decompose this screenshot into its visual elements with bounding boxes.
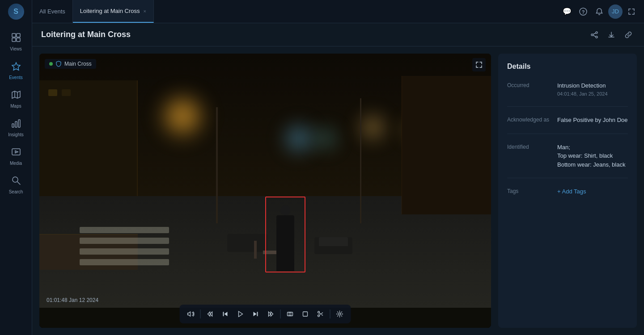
page-actions xyxy=(588,28,635,42)
divider-2 xyxy=(507,134,628,134)
tabs-area: All Events Loitering at Main Cross × xyxy=(32,0,555,23)
svg-rect-3 xyxy=(17,34,20,37)
identified-value: Man; Top wear: Shirt, black Bottom wear:… xyxy=(557,143,628,169)
page-title: Loitering at Main Cross xyxy=(41,30,588,39)
svg-rect-8 xyxy=(12,124,14,127)
sidebar-item-events[interactable]: Events xyxy=(3,57,30,84)
svg-point-14 xyxy=(596,32,597,34)
svg-point-16 xyxy=(596,36,597,38)
prev-frame-button[interactable] xyxy=(219,307,232,321)
logo: S xyxy=(8,4,24,20)
sidebar-item-media[interactable]: Media xyxy=(3,143,30,170)
topbar: S All Events Loitering at Main Cross × 💬… xyxy=(0,0,644,23)
tab-loitering[interactable]: Loitering at Main Cross × xyxy=(73,0,154,23)
svg-rect-5 xyxy=(17,38,20,42)
tags-value: + Add Tags xyxy=(557,187,628,196)
fullscreen-button[interactable] xyxy=(472,58,486,71)
divider-1 xyxy=(507,106,628,107)
sidebar-item-maps-label: Maps xyxy=(10,104,21,109)
play-button[interactable] xyxy=(234,307,247,321)
occurred-label: Occurred xyxy=(507,81,552,97)
logo-area: S xyxy=(0,0,32,23)
scissors-button[interactable] xyxy=(314,307,327,321)
occurred-value: Intrusion Detection 04:01:48, Jan 25, 20… xyxy=(557,81,628,97)
details-title: Details xyxy=(507,63,628,71)
tab-all-events[interactable]: All Events xyxy=(32,0,73,23)
topbar-actions: 💬 ? JD xyxy=(555,4,644,19)
camera-label: Main Cross xyxy=(45,59,96,69)
media-icon xyxy=(11,147,21,159)
acknowledged-value: False Positive by John Doe xyxy=(557,116,628,125)
svg-rect-19 xyxy=(223,312,224,316)
svg-point-24 xyxy=(318,315,320,317)
sidebar-item-media-label: Media xyxy=(10,161,22,166)
next-frame-button[interactable] xyxy=(249,307,263,321)
expand-icon[interactable] xyxy=(624,4,639,19)
camera-status-dot xyxy=(49,62,53,66)
sidebar-item-insights[interactable]: Insights xyxy=(3,114,30,141)
svg-rect-20 xyxy=(257,312,258,316)
svg-line-18 xyxy=(593,35,596,37)
sidebar-item-insights-label: Insights xyxy=(8,132,23,137)
link-button[interactable] xyxy=(622,28,635,42)
sidebar-item-search[interactable]: Search xyxy=(3,172,30,198)
user-avatar[interactable]: JD xyxy=(608,4,623,19)
video-panel: Main Cross 01:01:48 Jan 12 2024 xyxy=(39,54,491,328)
detail-acknowledged-row: Acknowledged as False Positive by John D… xyxy=(507,116,628,125)
sidebar-item-views[interactable]: Views xyxy=(3,29,30,55)
svg-rect-11 xyxy=(12,149,20,155)
person-silhouette xyxy=(272,205,299,275)
help-icon[interactable]: ? xyxy=(576,4,590,19)
shield-icon xyxy=(55,61,62,67)
svg-text:?: ? xyxy=(582,9,585,15)
volume-button[interactable] xyxy=(184,307,198,321)
identified-label: Identified xyxy=(507,143,552,169)
events-icon xyxy=(11,61,21,73)
main-layout: Views Events Maps xyxy=(0,23,644,335)
tags-label: Tags xyxy=(507,187,552,196)
detail-tags-row: Tags + Add Tags xyxy=(507,187,628,196)
svg-line-17 xyxy=(593,33,596,34)
sidebar-item-events-label: Events xyxy=(9,75,23,80)
video-timestamp: 01:01:48 Jan 12 2024 xyxy=(47,297,98,303)
maps-icon xyxy=(11,90,21,102)
svg-point-12 xyxy=(13,177,18,182)
camera-name: Main Cross xyxy=(64,61,92,67)
share-button[interactable] xyxy=(588,28,601,42)
video-controls xyxy=(180,305,351,323)
page-header: Loitering at Main Cross xyxy=(32,23,644,46)
svg-point-25 xyxy=(318,311,320,313)
svg-point-26 xyxy=(339,313,341,315)
divider-3 xyxy=(507,178,628,178)
svg-point-15 xyxy=(591,34,593,36)
detail-identified-row: Identified Man; Top wear: Shirt, black B… xyxy=(507,143,628,169)
svg-rect-4 xyxy=(12,38,16,42)
download-button[interactable] xyxy=(605,28,618,42)
settings-button[interactable] xyxy=(333,307,347,321)
clip-button-1[interactable] xyxy=(284,307,297,321)
main-content: Main Cross 01:01:48 Jan 12 2024 xyxy=(32,46,644,335)
svg-rect-2 xyxy=(12,34,16,37)
clip-button-2[interactable] xyxy=(299,307,312,321)
add-tags-button[interactable]: + Add Tags xyxy=(557,188,586,195)
chat-icon[interactable]: 💬 xyxy=(560,4,574,19)
rewind-button[interactable] xyxy=(203,307,217,321)
sidebar: Views Events Maps xyxy=(0,23,32,335)
views-icon xyxy=(11,33,21,45)
tab-close-icon[interactable]: × xyxy=(143,8,146,14)
details-panel: Details Occurred Intrusion Detection 04:… xyxy=(498,54,637,328)
sidebar-item-maps[interactable]: Maps xyxy=(3,86,30,113)
svg-line-13 xyxy=(17,182,20,184)
search-icon xyxy=(11,176,21,188)
night-scene xyxy=(39,54,491,328)
bell-icon[interactable] xyxy=(592,4,606,19)
detail-occurred-row: Occurred Intrusion Detection 04:01:48, J… xyxy=(507,81,628,97)
insights-icon xyxy=(11,118,21,130)
svg-rect-10 xyxy=(18,120,20,127)
acknowledged-label: Acknowledged as xyxy=(507,116,552,125)
content-area: Loitering at Main Cross xyxy=(32,23,644,335)
svg-rect-23 xyxy=(303,312,308,316)
fast-forward-button[interactable] xyxy=(264,307,278,321)
svg-rect-9 xyxy=(15,121,17,127)
sidebar-item-views-label: Views xyxy=(10,46,22,51)
